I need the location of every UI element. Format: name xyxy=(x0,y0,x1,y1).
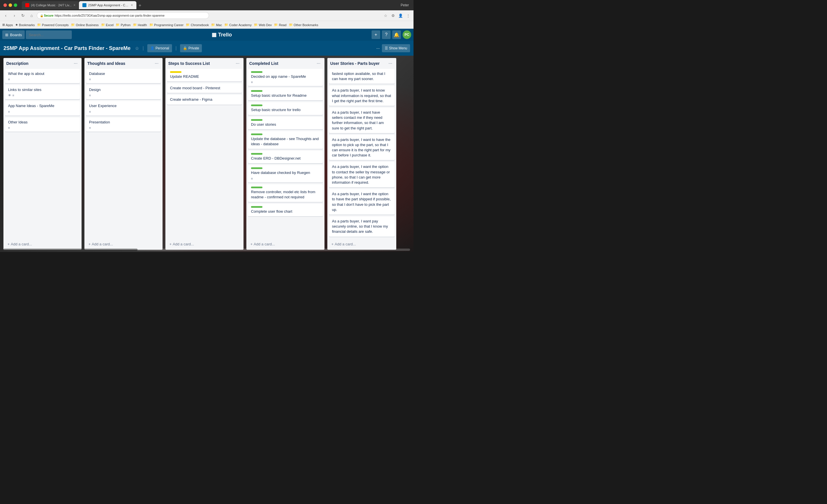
bm-online-business[interactable]: 📁 Online Business xyxy=(71,23,99,27)
user-profile-icon[interactable]: 👤 xyxy=(397,12,404,19)
list-description-cards: What the app is about ≡ Links to similar… xyxy=(3,69,82,239)
bookmarks-bar: ⊞ Apps ★ Bookmarks 📁 Powered Concepts 📁 … xyxy=(0,21,414,29)
card-us-5[interactable]: As a parts buyer, I want the option to c… xyxy=(329,162,395,188)
card-design[interactable]: Design ≡ xyxy=(86,85,161,99)
bm-excel[interactable]: 📁 Excel xyxy=(101,23,114,27)
extensions-icon[interactable]: ⚙ xyxy=(390,12,396,19)
tab-trello[interactable]: 2SMP App Assignment - Car P... × xyxy=(79,1,136,9)
card-us-4[interactable]: As a parts buyer, I want to have the opt… xyxy=(329,135,395,160)
list-description-menu-button[interactable]: ··· xyxy=(72,60,79,66)
green-bar-2 xyxy=(251,90,262,92)
card-trello-structure[interactable]: Setup basic structure for trello xyxy=(248,102,323,115)
header-right: + ? 🔔 PC xyxy=(372,31,411,39)
tab-youtube-close[interactable]: × xyxy=(74,3,76,7)
back-button[interactable]: ‹ xyxy=(2,12,9,19)
new-tab-button[interactable]: + xyxy=(136,2,144,9)
home-button[interactable]: ⌂ xyxy=(28,12,35,19)
list-completed-menu-button[interactable]: ··· xyxy=(315,60,322,66)
list-thoughts: Thoughts and Ideas ··· Database ≡ Design… xyxy=(85,58,162,250)
boards-button[interactable]: ⊞ Boards xyxy=(2,31,25,39)
card-readme-structure[interactable]: Setup basic structure for Readme xyxy=(248,88,323,100)
bm-apps[interactable]: ⊞ Apps xyxy=(2,23,13,27)
list-user-stories-cards: fastest option available, so that I can … xyxy=(327,69,396,239)
add-card-user-stories-button[interactable]: + Add a card... xyxy=(329,240,395,248)
bm-powered-concepts[interactable]: 📁 Powered Concepts xyxy=(37,23,68,27)
card-database[interactable]: Database ≡ xyxy=(86,69,161,83)
address-bar[interactable]: 🔒 Secure https://trello.com/b/Z573GKaa/2… xyxy=(37,12,209,19)
card-mood-board[interactable]: Create mood board - Pinterest xyxy=(167,83,242,93)
list-completed: Completed List ··· Decided on app name -… xyxy=(246,58,325,250)
bm-web-dev[interactable]: 📁 Web Dev xyxy=(254,23,272,27)
list-steps-menu-button[interactable]: ··· xyxy=(235,60,241,66)
bm-read[interactable]: 📁 Read xyxy=(274,23,286,27)
add-card-thoughts-button[interactable]: + Add a card... xyxy=(86,240,161,248)
menu-icon[interactable]: ⋮ xyxy=(405,12,411,19)
card-remove-controller[interactable]: Remove controller, model etc lists from … xyxy=(248,184,323,202)
show-menu-button[interactable]: ☰ Show Menu xyxy=(382,44,410,52)
card-us-3[interactable]: As a parts buyer, I want have sellers co… xyxy=(329,108,395,133)
tab-youtube[interactable]: (4) College Music · 24/7 Liv... × xyxy=(22,1,79,9)
lines-icon-ux: ≡ xyxy=(89,110,91,113)
board-title[interactable]: 2SMP App Assignment - Car Parts Finder -… xyxy=(3,45,130,51)
add-card-description-button[interactable]: + Add a card... xyxy=(5,240,80,248)
list-steps-header: Steps to Success List ··· xyxy=(165,58,244,69)
card-us-2[interactable]: As a parts buyer, I want to know what in… xyxy=(329,86,395,106)
green-bar-7 xyxy=(251,167,262,169)
bm-bookmarks[interactable]: ★ Bookmarks xyxy=(15,23,35,27)
personal-badge[interactable]: 👤 Personal xyxy=(147,44,172,52)
info-button[interactable]: ? xyxy=(382,31,391,39)
list-thoughts-menu-button[interactable]: ··· xyxy=(154,60,160,66)
lock-icon: 🔒 xyxy=(183,46,187,50)
board-content[interactable]: Description ··· What the app is about ≡ … xyxy=(0,56,414,252)
bookmark-star-icon[interactable]: ☆ xyxy=(383,12,389,19)
bm-programming-career[interactable]: 📁 Programming Career xyxy=(149,23,184,27)
description-icon: ≡ xyxy=(8,78,10,81)
card-us-7[interactable]: As a parts buyer, I want pay securely on… xyxy=(329,216,395,237)
card-us-7-title: As a parts buyer, I want pay securely on… xyxy=(332,219,392,235)
list-thoughts-footer: + Add a card... xyxy=(85,239,162,250)
card-app-name[interactable]: App Name Ideas - SpareMe ≡ xyxy=(5,101,80,115)
separator-1: | xyxy=(142,46,144,51)
card-other-ideas[interactable]: Other Ideas ≡ xyxy=(5,117,80,132)
bm-other-bookmarks[interactable]: 📁 Other Bookmarks xyxy=(289,23,319,27)
private-badge[interactable]: 🔒 Private xyxy=(180,44,202,52)
card-what-app[interactable]: What the app is about ≡ xyxy=(5,69,80,83)
add-card-completed-button[interactable]: + Add a card... xyxy=(248,240,323,248)
card-create-erd[interactable]: Create ERD - DBDesigner.net xyxy=(248,151,323,163)
card-links[interactable]: Links to similar sites 👁 ≡ xyxy=(5,85,80,99)
card-wireframe[interactable]: Create wireframe - Figma xyxy=(167,95,242,104)
add-button[interactable]: + xyxy=(372,31,380,39)
list-user-stories-menu-button[interactable]: ··· xyxy=(387,60,393,66)
card-us-6[interactable]: As a parts buyer, I want the option to h… xyxy=(329,189,395,215)
minimize-button[interactable] xyxy=(9,3,12,7)
avatar-button[interactable]: PC xyxy=(402,31,411,39)
horizontal-scrollbar-track[interactable] xyxy=(3,249,410,251)
list-completed-header: Completed List ··· xyxy=(246,58,325,69)
bm-mac[interactable]: 📁 Mac xyxy=(211,23,222,27)
bm-coder-academy[interactable]: 📁 Coder Academy xyxy=(224,23,251,27)
card-create-erd-title: Create ERD - DBDesigner.net xyxy=(251,156,320,161)
horizontal-scrollbar-thumb[interactable] xyxy=(3,249,138,251)
card-update-readme[interactable]: Update README xyxy=(167,69,242,82)
notifications-button[interactable]: 🔔 xyxy=(392,31,401,39)
maximize-button[interactable] xyxy=(14,3,17,7)
bm-chromebook[interactable]: 📁 Chromebook xyxy=(186,23,209,27)
bm-python[interactable]: 📁 Python xyxy=(116,23,130,27)
card-user-stories[interactable]: Do user stories xyxy=(248,117,323,130)
card-presentation[interactable]: Presentation ≡ xyxy=(86,117,161,132)
card-decided-name[interactable]: Decided on app name - SpareMe ≡ xyxy=(248,69,323,86)
add-card-steps-button[interactable]: + Add a card... xyxy=(167,240,242,248)
close-button[interactable] xyxy=(3,3,7,7)
card-user-flow[interactable]: Complete user flow chart xyxy=(248,204,323,216)
card-ux[interactable]: User Experience ≡ xyxy=(86,101,161,115)
reload-button[interactable]: ↻ xyxy=(19,12,27,19)
card-us-1[interactable]: fastest option available, so that I can … xyxy=(329,69,395,84)
tab-trello-close[interactable]: × xyxy=(131,3,133,7)
forward-button[interactable]: › xyxy=(11,12,18,19)
card-database-title: Database xyxy=(89,71,158,77)
board-star-button[interactable]: ☆ xyxy=(135,46,139,51)
card-db-checked[interactable]: Have database checked by Ruegen ≡ xyxy=(248,165,323,182)
search-input[interactable] xyxy=(26,31,72,39)
card-update-db[interactable]: Update the database - see Thoughts and i… xyxy=(248,131,323,149)
bm-health[interactable]: 📁 Health xyxy=(133,23,147,27)
